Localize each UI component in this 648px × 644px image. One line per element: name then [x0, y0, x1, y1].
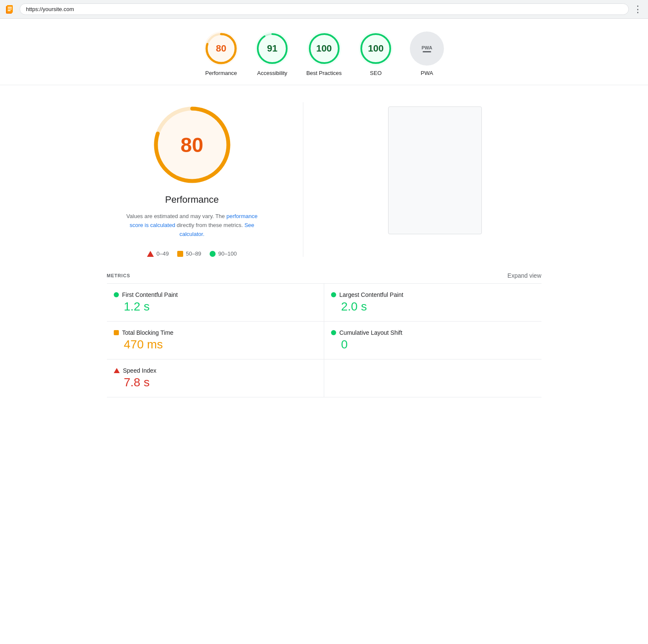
seo-label: SEO	[370, 70, 381, 76]
best-practices-gauge-svg	[307, 32, 341, 66]
expand-view-button[interactable]: Expand view	[507, 272, 541, 279]
tbt-status-icon	[114, 330, 119, 335]
metric-fcp: First Contentful Paint 1.2 s	[107, 284, 324, 322]
fcp-name: First Contentful Paint	[122, 291, 178, 298]
pwa-label: PWA	[420, 70, 433, 76]
legend-green: 90–100	[210, 250, 236, 257]
fcp-status-icon	[114, 292, 119, 297]
browser-logo-icon	[5, 4, 15, 14]
pwa-dash-icon	[423, 51, 431, 52]
score-item-best-practices: 100 Best Practices	[306, 32, 342, 76]
big-score-container: 80 Performance Values are estimated and …	[120, 102, 265, 257]
big-score-title: Performance	[165, 194, 219, 205]
metric-fcp-header: First Contentful Paint	[114, 291, 317, 298]
si-name: Speed Index	[123, 367, 157, 374]
best-practices-label: Best Practices	[306, 70, 342, 76]
tbt-name: Total Blocking Time	[122, 329, 174, 336]
svg-rect-2	[8, 7, 12, 8]
svg-point-10	[310, 34, 339, 63]
si-value: 7.8 s	[114, 376, 317, 389]
left-panel: 80 Performance Values are estimated and …	[107, 102, 277, 257]
orange-square-icon	[177, 251, 183, 257]
green-dot-icon	[210, 251, 216, 257]
legend-red: 0–49	[147, 250, 169, 257]
big-score-value: 80	[181, 133, 203, 157]
score-item-pwa: PWA PWA	[410, 32, 444, 76]
lcp-name: Largest Contentful Paint	[340, 291, 403, 298]
metric-lcp-header: Largest Contentful Paint	[331, 291, 535, 298]
cls-value: 0	[331, 338, 535, 351]
cls-status-icon	[331, 330, 336, 335]
main-content: 80 Performance Values are estimated and …	[90, 85, 559, 265]
metric-empty	[324, 359, 541, 397]
performance-gauge-svg	[204, 32, 238, 66]
svg-point-8	[258, 34, 287, 63]
tbt-value: 470 ms	[114, 338, 317, 351]
legend-orange-label: 50–89	[186, 250, 201, 257]
metric-si: Speed Index 7.8 s	[107, 359, 324, 397]
red-triangle-icon	[147, 251, 154, 257]
metric-lcp: Largest Contentful Paint 2.0 s	[324, 284, 541, 322]
si-status-icon	[114, 368, 120, 373]
svg-rect-3	[8, 9, 12, 9]
cls-name: Cumulative Layout Shift	[340, 329, 403, 336]
fcp-value: 1.2 s	[114, 300, 317, 313]
score-item-seo: 100 SEO	[359, 32, 393, 76]
score-item-accessibility: 91 Accessibility	[255, 32, 289, 76]
legend: 0–49 50–89 90–100	[147, 250, 236, 257]
metrics-title: METRICS	[107, 273, 130, 278]
metrics-header: METRICS Expand view	[107, 265, 541, 283]
performance-label: Performance	[205, 70, 237, 76]
svg-point-12	[361, 34, 390, 63]
pwa-circle: PWA	[410, 32, 444, 66]
pwa-text: PWA	[422, 45, 432, 50]
vertical-divider	[303, 102, 303, 257]
metrics-grid: First Contentful Paint 1.2 s Largest Con…	[107, 283, 541, 397]
score-description: Values are estimated and may vary. The p…	[120, 212, 265, 239]
svg-rect-4	[8, 10, 11, 11]
legend-orange: 50–89	[177, 250, 201, 257]
metric-cls: Cumulative Layout Shift 0	[324, 322, 541, 359]
score-item-performance: 80 Performance	[204, 32, 238, 76]
score-header: 80 Performance 91 Accessibility 100 Best…	[0, 19, 648, 85]
metric-si-header: Speed Index	[114, 367, 317, 374]
metric-tbt-header: Total Blocking Time	[114, 329, 317, 336]
lcp-value: 2.0 s	[331, 300, 535, 313]
screenshot-placeholder	[388, 106, 482, 234]
url-bar[interactable]: https://yoursite.com	[20, 3, 629, 15]
legend-green-label: 90–100	[218, 250, 236, 257]
metrics-section: METRICS Expand view First Contentful Pai…	[90, 265, 559, 410]
legend-red-label: 0–49	[156, 250, 169, 257]
browser-menu-icon[interactable]: ⋮	[633, 4, 643, 15]
right-panel	[329, 102, 541, 257]
lcp-status-icon	[331, 292, 336, 297]
accessibility-label: Accessibility	[257, 70, 288, 76]
browser-bar: https://yoursite.com ⋮	[0, 0, 648, 19]
metric-cls-header: Cumulative Layout Shift	[331, 329, 535, 336]
seo-gauge-svg	[359, 32, 393, 66]
metric-tbt: Total Blocking Time 470 ms	[107, 322, 324, 359]
accessibility-gauge-svg	[255, 32, 289, 66]
big-score-ring: 80	[150, 102, 235, 187]
